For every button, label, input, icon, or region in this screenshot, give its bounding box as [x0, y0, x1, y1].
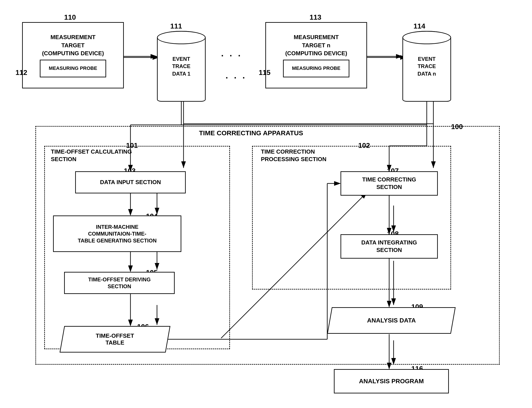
data-input-section: DATA INPUT SECTION — [75, 171, 186, 193]
measurement-target-n: MEASUREMENTTARGET n(COMPUTING DEVICE) ME… — [265, 22, 367, 88]
time-correction-processing-label: TIME CORRECTIONPROCESSING SECTION — [261, 148, 326, 163]
time-offset-calc-label: TIME-OFFSET CALCULATINGSECTION — [51, 148, 132, 163]
mtn-title: MEASUREMENTTARGET n(COMPUTING DEVICE) — [285, 33, 347, 57]
measurement-target-1: MEASUREMENTTARGET(COMPUTING DEVICE) MEAS… — [22, 22, 124, 88]
time-correction-processing-border — [252, 146, 451, 289]
mt1-title: MEASUREMENTTARGET(COMPUTING DEVICE) — [42, 33, 104, 57]
inter-machine-section: INTER-MACHINECOMMUNITAION-TIME-TABLE GEN… — [53, 215, 181, 252]
analysis-program: ANALYSIS PROGRAM — [334, 369, 449, 393]
label-112: 112 — [16, 68, 27, 77]
time-offset-table: TIME-OFFSETTABLE — [60, 326, 170, 353]
label-115: 115 — [259, 68, 270, 77]
analysis-data: ANALYSIS DATA — [327, 307, 455, 334]
label-114: 114 — [413, 22, 425, 30]
time-correcting-apparatus-label: TIME CORRECTING APPARATUS — [199, 129, 303, 137]
time-correcting-section: TIME CORRECTINGSECTION — [341, 171, 438, 196]
measuring-probe-n: MEASURING PROBE — [283, 60, 349, 77]
measuring-probe-1: MEASURING PROBE — [40, 60, 106, 77]
label-110: 110 — [64, 13, 76, 21]
dots-horizontal: · · · — [221, 51, 242, 61]
label-111: 111 — [170, 22, 182, 30]
time-offset-deriving: TIME-OFFSET DERIVINGSECTION — [64, 272, 175, 294]
label-113: 113 — [309, 13, 321, 21]
data-integrating-section: DATA INTEGRATINGSECTION — [341, 234, 438, 259]
dots-vertical: · · · — [225, 73, 247, 83]
diagram: 110 MEASUREMENTTARGET(COMPUTING DEVICE) … — [0, 0, 532, 408]
